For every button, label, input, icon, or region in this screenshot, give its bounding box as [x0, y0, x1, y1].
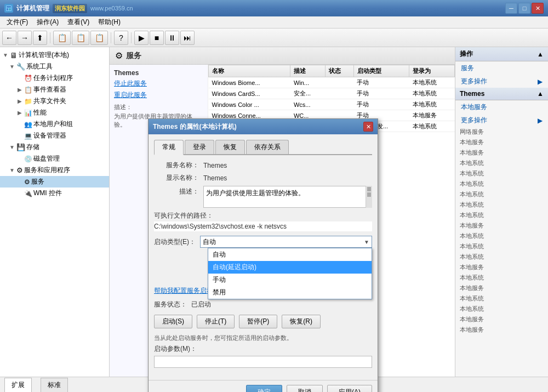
- tree-device-manager[interactable]: 💻 设备管理器: [0, 130, 109, 141]
- table-row[interactable]: Windows Biome... Win... 手动 本地系统: [209, 77, 455, 88]
- ok-button[interactable]: 确定: [246, 385, 282, 392]
- dialog-title: Themes 的属性(本地计算机): [153, 122, 237, 132]
- option-disabled[interactable]: 禁用: [208, 286, 372, 299]
- tree-root[interactable]: ▼ 🖥 计算机管理(本地): [0, 49, 109, 61]
- table-row[interactable]: Windows CardS... 安全... 手动 本地系统: [209, 88, 455, 99]
- right-panel: 操作 ▲ 服务 更多操作 ▶ Themes ▲ 本地服务 更多操作 ▶ 网络服务…: [455, 47, 548, 377]
- right-service-row-13: 本地系统: [455, 252, 548, 262]
- table-row[interactable]: Windows Color ... Wcs... 手动 本地系统: [209, 99, 455, 110]
- start-params-section: 当从此处启动服务时，您可指定所适用的启动参数。 启动参数(M)：: [154, 334, 372, 368]
- tab-dependencies[interactable]: 依存关系: [246, 140, 289, 154]
- row-name: Windows Biome...: [209, 77, 290, 88]
- col-name[interactable]: 名称: [209, 65, 290, 77]
- service-name-row: 服务名称： Themes: [154, 161, 372, 170]
- status-tab-extended[interactable]: 扩展: [4, 378, 32, 392]
- tree-services-apps[interactable]: ▼ ⚙ 服务和应用程序: [0, 164, 109, 176]
- start-service-button[interactable]: 启动(S): [154, 315, 192, 328]
- col-desc[interactable]: 描述: [290, 65, 326, 77]
- tree-system-tools[interactable]: ▼ 🔧 系统工具: [0, 61, 109, 72]
- arrow-right-icon-2: ▶: [538, 117, 543, 124]
- menu-view[interactable]: 查看(V): [63, 16, 94, 28]
- exec-path-section: 可执行文件的路径： C:\windows\System32\svchost.ex…: [154, 211, 372, 231]
- tab-general[interactable]: 常规: [154, 140, 184, 155]
- desc-scrollbar[interactable]: [366, 186, 372, 208]
- app-title: 计算机管理: [16, 4, 49, 13]
- tree-storage[interactable]: ▼ 💾 存储: [0, 141, 109, 153]
- tree-performance[interactable]: ▶ 📊 性能: [0, 107, 109, 118]
- pause-service-button[interactable]: 暂停(P): [239, 315, 277, 328]
- right-service-row-12: 本地系统: [455, 241, 548, 252]
- back-button[interactable]: ←: [2, 31, 16, 45]
- right-service-row-9: 本地系统: [455, 210, 548, 220]
- option-auto-delayed[interactable]: 自动(延迟启动): [208, 261, 372, 274]
- dialog-close-button[interactable]: ✕: [363, 122, 373, 132]
- option-auto[interactable]: 自动: [208, 248, 372, 261]
- minimize-button[interactable]: ─: [505, 3, 517, 14]
- restart-button[interactable]: ⏭: [180, 31, 195, 45]
- system-tools-expander[interactable]: ▼: [9, 64, 15, 70]
- play-button[interactable]: ▶: [134, 31, 149, 45]
- restart-service-link[interactable]: 重启此服务: [114, 90, 203, 100]
- services-apps-expander[interactable]: ▼: [9, 167, 15, 173]
- pause-button[interactable]: ⏸: [165, 31, 179, 45]
- startup-row: 启动类型(E)： 自动 ▼: [154, 236, 372, 248]
- cancel-button[interactable]: 取消: [287, 385, 323, 392]
- col-login[interactable]: 登录为: [409, 65, 455, 77]
- open-button[interactable]: 📋: [90, 31, 108, 45]
- close-button[interactable]: ✕: [532, 3, 544, 14]
- forward-button[interactable]: →: [18, 31, 32, 45]
- title-bar: 计算机管理 润东软件园 www.pe0359.cn ─ □ ✕: [0, 0, 548, 16]
- status-tab-standard[interactable]: 标准: [41, 378, 68, 392]
- collapse-icon[interactable]: ▲: [537, 50, 544, 58]
- right-services-item[interactable]: 服务: [455, 61, 548, 75]
- restore-button[interactable]: □: [518, 3, 530, 14]
- show-hide-console-button[interactable]: 📋: [53, 31, 71, 45]
- row-status: [326, 99, 354, 110]
- menu-file[interactable]: 文件(F): [2, 16, 32, 28]
- row-desc: 安全...: [290, 88, 326, 99]
- stop-service-button[interactable]: 停止(T): [197, 315, 235, 328]
- root-expander[interactable]: ▼: [2, 52, 9, 58]
- help-button[interactable]: ?: [114, 31, 128, 45]
- menu-action[interactable]: 操作(A): [32, 16, 63, 28]
- tree-wmi[interactable]: 🔌 WMI 控件: [0, 188, 109, 199]
- tree-local-users[interactable]: 👥 本地用户和组: [0, 118, 109, 130]
- stop-button[interactable]: ■: [150, 31, 164, 45]
- right-service-row-14: 本地服务: [455, 262, 548, 272]
- col-startup[interactable]: 启动类型: [353, 65, 409, 77]
- storage-expander[interactable]: ▼: [9, 144, 15, 150]
- right-service-row-6: 本地系统: [455, 179, 548, 189]
- dropdown-arrow-icon: ▼: [364, 239, 369, 245]
- right-service-row-18: 本地系统: [455, 304, 548, 314]
- tree-disk-management[interactable]: 💿 磁盘管理: [0, 153, 109, 164]
- toolbar-separator-2: [111, 32, 111, 43]
- tree-services[interactable]: ⚙ 服务: [0, 176, 109, 188]
- startup-dropdown[interactable]: 自动 ▼: [200, 236, 372, 248]
- tree-task-scheduler[interactable]: ⏰ 任务计划程序: [0, 72, 109, 84]
- window-controls: ─ □ ✕: [505, 3, 544, 14]
- up-button[interactable]: ⬆: [33, 31, 47, 45]
- option-manual[interactable]: 手动: [208, 274, 372, 286]
- tree-shared-folders[interactable]: ▶ 📁 共享文件夹: [0, 95, 109, 107]
- right-more-actions-2[interactable]: 更多操作 ▶: [455, 114, 548, 127]
- col-status[interactable]: 状态: [326, 65, 354, 77]
- row-startup: 手动: [353, 77, 409, 88]
- exec-path-label: 可执行文件的路径：: [154, 211, 372, 220]
- right-more-actions-1[interactable]: 更多操作 ▶: [455, 75, 548, 88]
- right-local-service[interactable]: 本地服务: [455, 100, 548, 114]
- desc-value: 为用户提供使用主题管理的体验。: [206, 189, 305, 197]
- apply-button[interactable]: 应用(A): [327, 385, 372, 392]
- resume-service-button[interactable]: 恢复(R): [282, 315, 321, 328]
- row-desc: Win...: [290, 77, 326, 88]
- tab-login[interactable]: 登录: [185, 140, 214, 154]
- menu-help[interactable]: 帮助(H): [94, 16, 125, 28]
- new-button[interactable]: 📋: [72, 31, 89, 45]
- tab-recovery[interactable]: 恢复: [215, 140, 245, 154]
- params-input[interactable]: [154, 356, 372, 368]
- tree-event-viewer[interactable]: ▶ 📋 事件查看器: [0, 84, 109, 95]
- stop-service-link[interactable]: 停止此服务: [114, 79, 203, 88]
- collapse-themes-icon[interactable]: ▲: [537, 90, 544, 98]
- right-service-row-5: 本地系统: [455, 168, 548, 179]
- row-login: 本地系统: [409, 99, 455, 110]
- startup-label: 启动类型(E)：: [154, 237, 196, 247]
